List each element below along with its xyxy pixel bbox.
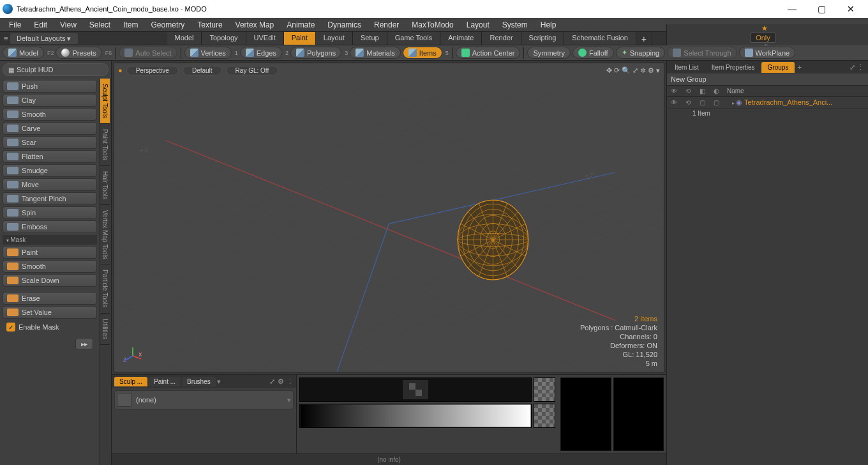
gradient-ramp[interactable]: [299, 404, 532, 428]
menu-geometry[interactable]: Geometry: [145, 19, 191, 31]
item-link-icon[interactable]: ⟲: [681, 99, 695, 106]
preview-swatch-1[interactable]: [560, 377, 611, 451]
layout-tab-game-tools[interactable]: Game Tools: [387, 32, 441, 45]
materials-button[interactable]: Materials: [350, 47, 401, 59]
autoselect-button[interactable]: Auto Select: [119, 47, 177, 59]
axis-gizmo[interactable]: x z: [123, 346, 142, 365]
tool-carve[interactable]: Carve: [3, 122, 97, 135]
layout-tab-schematic-fusion[interactable]: Schematic Fusion: [564, 32, 636, 45]
layout-tab-render[interactable]: Render: [482, 32, 521, 45]
tool-smooth[interactable]: Smooth: [3, 260, 97, 273]
rotate-view-icon[interactable]: ⟳: [614, 66, 620, 75]
col-visibility-icon[interactable]: 👁: [667, 88, 681, 95]
layout-tab-setup[interactable]: Setup: [353, 32, 387, 45]
tool-paint[interactable]: Paint: [3, 246, 97, 259]
menu-dynamics[interactable]: Dynamics: [321, 19, 368, 31]
panel-menu-icon[interactable]: ⋮: [287, 377, 294, 386]
vtab-utilities[interactable]: Utilities: [100, 314, 110, 345]
menu-vertex-map[interactable]: Vertex Map: [229, 19, 281, 31]
only-button[interactable]: Only: [750, 33, 776, 43]
tool-set-value[interactable]: Set Value: [3, 306, 97, 319]
shade-mode-dropdown[interactable]: Default: [183, 66, 222, 75]
maximize-button[interactable]: ▢: [807, 0, 836, 18]
view-options-icon[interactable]: ✲: [640, 66, 646, 75]
alpha-ramp[interactable]: [299, 377, 532, 402]
menu-system[interactable]: System: [496, 19, 534, 31]
vtab-hair-tools[interactable]: Hair Tools: [100, 166, 110, 205]
vtab-particle-tools[interactable]: Particle Tools: [100, 264, 110, 313]
menu-layout[interactable]: Layout: [460, 19, 496, 31]
layout-tab-uvedit[interactable]: UVEdit: [246, 32, 284, 45]
symmetry-button[interactable]: Symmetry: [527, 47, 571, 59]
menu-maxtomodo[interactable]: MaxToModo: [405, 19, 460, 31]
tab-dropdown-icon[interactable]: ▾: [217, 377, 221, 386]
tool-flatten[interactable]: Flatten: [3, 150, 97, 163]
tool-smooth[interactable]: Smooth: [3, 108, 97, 121]
tool-clay[interactable]: Clay: [3, 94, 97, 107]
item-box2-icon[interactable]: ▢: [709, 99, 723, 106]
snapping-button[interactable]: ✦Snapping: [616, 47, 666, 59]
minimize-button[interactable]: —: [777, 0, 807, 18]
panel-gear-icon[interactable]: ⚙: [278, 377, 284, 386]
tool-scar[interactable]: Scar: [3, 136, 97, 149]
tab-groups[interactable]: Groups: [761, 62, 795, 73]
raygl-dropdown[interactable]: Ray GL: Off: [226, 66, 279, 75]
viewport-menu-icon[interactable]: ●: [118, 66, 123, 74]
add-tab-icon[interactable]: +: [795, 63, 804, 71]
select-through-button[interactable]: Select Through: [667, 47, 737, 59]
tool-tangent-pinch[interactable]: Tangent Pinch: [3, 192, 97, 205]
col-link-icon[interactable]: ⟲: [681, 88, 695, 95]
layout-tab-scripting[interactable]: Scripting: [521, 32, 565, 45]
sculpt-hud-button[interactable]: Sculpt HUD: [3, 63, 108, 76]
view-dropdown-icon[interactable]: ▾: [656, 66, 660, 75]
vtab-vertex-map-tools[interactable]: Vertex Map Tools: [100, 205, 110, 265]
tab-brushes[interactable]: Brushes: [182, 377, 216, 386]
action-center-button[interactable]: Action Center: [456, 47, 521, 59]
layout-tab-layout[interactable]: Layout: [316, 32, 353, 45]
layout-label[interactable]: Default Layouts ▾: [10, 33, 78, 44]
model-mode-button[interactable]: Model: [3, 47, 44, 59]
expand-right-panel-icon[interactable]: ⤢ ⋮: [847, 63, 867, 72]
menu-file[interactable]: File: [3, 19, 27, 31]
alpha-swatch[interactable]: [534, 377, 555, 402]
presets-button[interactable]: Presets: [56, 47, 101, 59]
vertices-button[interactable]: Vertices: [184, 47, 232, 59]
layout-tab-paint[interactable]: Paint: [284, 32, 316, 45]
close-button[interactable]: ✕: [836, 0, 865, 18]
viewport[interactable]: ● Perspective Default Ray GL: Off ✥ ⟳ 🔍 …: [114, 63, 664, 372]
menu-help[interactable]: Help: [534, 19, 563, 31]
expand-panel-icon[interactable]: ⤢: [269, 377, 275, 386]
move-view-icon[interactable]: ✥: [606, 66, 612, 75]
view-gear-icon[interactable]: ⚙: [648, 66, 654, 75]
mask-section-header[interactable]: Mask: [3, 235, 97, 245]
menu-select[interactable]: Select: [83, 19, 117, 31]
tab-paint[interactable]: Paint ...: [149, 377, 181, 386]
tool-move[interactable]: Move: [3, 178, 97, 191]
layout-menu-icon[interactable]: ≡: [0, 34, 8, 42]
vtab-sculpt-tools[interactable]: Sculpt Tools: [100, 79, 110, 124]
item-visibility-icon[interactable]: 👁: [667, 99, 681, 106]
fit-view-icon[interactable]: ⤢: [632, 66, 638, 75]
layout-tab-model[interactable]: Model: [167, 32, 202, 45]
col-select-icon[interactable]: ◐: [709, 88, 723, 95]
tool-emboss[interactable]: Emboss: [3, 220, 97, 233]
collapse-button[interactable]: ▸▸: [75, 338, 93, 350]
menu-item[interactable]: Item: [117, 19, 144, 31]
menu-view[interactable]: View: [54, 19, 83, 31]
col-name-header[interactable]: Name: [723, 88, 868, 95]
enable-mask-checkbox[interactable]: ✓: [6, 323, 15, 332]
col-lock-icon[interactable]: ◧: [695, 88, 709, 95]
menu-edit[interactable]: Edit: [27, 19, 54, 31]
zoom-view-icon[interactable]: 🔍: [622, 66, 631, 75]
tool-spin[interactable]: Spin: [3, 206, 97, 219]
falloff-button[interactable]: Falloff: [572, 47, 614, 59]
preview-swatch-2[interactable]: [613, 377, 664, 451]
tool-erase[interactable]: Erase: [3, 292, 97, 305]
items-button[interactable]: Items: [403, 47, 442, 59]
tool-smudge[interactable]: Smudge: [3, 164, 97, 177]
group-item-row[interactable]: 👁 ⟲ ▢ ▢ ◉ Tetradrachm_Athens_Anci...: [667, 97, 868, 109]
item-name[interactable]: ◉ Tetradrachm_Athens_Anci...: [723, 98, 868, 107]
layout-tab-topology[interactable]: Topology: [202, 32, 246, 45]
workplane-button[interactable]: WorkPlane: [739, 47, 796, 59]
tool-push[interactable]: Push: [3, 80, 97, 93]
